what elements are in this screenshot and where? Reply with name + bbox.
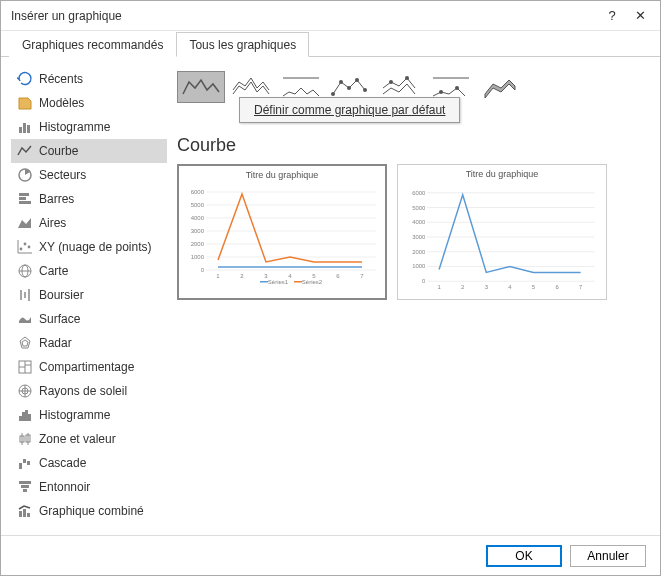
chart-preview-svg: 0100020003000400050006000 1234567: [402, 181, 602, 295]
svg-point-9: [24, 243, 27, 246]
help-button[interactable]: ?: [598, 4, 626, 28]
sidebar-item-waterfall[interactable]: Cascade: [11, 451, 167, 475]
svg-rect-38: [23, 459, 26, 463]
treemap-icon: [17, 359, 33, 375]
svg-text:2: 2: [461, 284, 464, 290]
svg-point-10: [28, 246, 31, 249]
svg-point-46: [331, 92, 335, 96]
svg-text:3000: 3000: [191, 228, 205, 234]
boxplot-icon: [17, 431, 33, 447]
sidebar-item-recent[interactable]: Récents: [11, 67, 167, 91]
area-icon: [17, 215, 33, 231]
dialog-footer: OK Annuler: [1, 535, 660, 575]
svg-rect-45: [27, 513, 30, 517]
sidebar-item-map[interactable]: Carte: [11, 259, 167, 283]
sidebar-item-boxplot[interactable]: Zone et valeur: [11, 427, 167, 451]
sidebar-item-label: Boursier: [39, 288, 84, 302]
svg-rect-79: [294, 281, 302, 283]
svg-rect-5: [19, 197, 26, 200]
sidebar-item-label: Histogramme: [39, 408, 110, 422]
svg-rect-32: [28, 414, 31, 421]
sidebar-item-label: Graphique combiné: [39, 504, 144, 518]
svg-rect-0: [19, 127, 22, 133]
svg-rect-29: [19, 416, 22, 421]
sidebar-item-combo[interactable]: Graphique combiné: [11, 499, 167, 523]
waterfall-icon: [17, 455, 33, 471]
tab-recommended[interactable]: Graphiques recommandés: [9, 32, 176, 57]
svg-point-52: [405, 76, 409, 80]
svg-text:3: 3: [485, 284, 489, 290]
radar-icon: [17, 335, 33, 351]
sidebar-item-label: Rayons de soleil: [39, 384, 127, 398]
svg-text:1000: 1000: [191, 254, 205, 260]
sidebar-item-surface[interactable]: Surface: [11, 307, 167, 331]
main-panel: Définir comme graphique par défaut Courb…: [177, 67, 650, 525]
svg-text:5000: 5000: [412, 205, 426, 211]
ok-button[interactable]: OK: [486, 545, 562, 567]
svg-text:Séries2: Séries2: [302, 279, 323, 285]
sidebar-item-pie[interactable]: Secteurs: [11, 163, 167, 187]
svg-point-51: [389, 80, 393, 84]
scatter-icon: [17, 239, 33, 255]
cancel-button[interactable]: Annuler: [570, 545, 646, 567]
subtype-line-3d[interactable]: [477, 71, 525, 103]
histogram-icon: [17, 407, 33, 423]
svg-point-49: [355, 78, 359, 82]
sidebar-item-label: Récents: [39, 72, 83, 86]
line-icon: [17, 143, 33, 159]
svg-rect-4: [19, 193, 29, 196]
sidebar-item-treemap[interactable]: Compartimentage: [11, 355, 167, 379]
sidebar-item-label: Radar: [39, 336, 72, 350]
svg-marker-7: [18, 218, 31, 228]
svg-point-54: [455, 86, 459, 90]
insert-chart-dialog: Insérer un graphique ? ✕ Graphiques reco…: [0, 0, 661, 576]
svg-rect-30: [22, 412, 25, 421]
svg-point-48: [347, 86, 351, 90]
svg-text:3000: 3000: [412, 234, 426, 240]
svg-rect-2: [27, 125, 30, 133]
sunburst-icon: [17, 383, 33, 399]
sidebar-item-histogram[interactable]: Histogramme: [11, 403, 167, 427]
templates-icon: [17, 95, 33, 111]
svg-point-47: [339, 80, 343, 84]
sidebar-item-label: Surface: [39, 312, 80, 326]
svg-rect-40: [19, 481, 31, 484]
chart-preview-1[interactable]: Titre du graphique 010002000300040005000…: [177, 164, 387, 300]
sidebar-item-stock[interactable]: Boursier: [11, 283, 167, 307]
svg-rect-42: [23, 489, 27, 492]
surface-icon: [17, 311, 33, 327]
sidebar-item-label: Barres: [39, 192, 74, 206]
stock-icon: [17, 287, 33, 303]
sidebar-item-templates[interactable]: Modèles: [11, 91, 167, 115]
sidebar-item-radar[interactable]: Radar: [11, 331, 167, 355]
close-button[interactable]: ✕: [626, 4, 654, 28]
sidebar-item-label: Zone et valeur: [39, 432, 116, 446]
sidebar-item-line[interactable]: Courbe: [11, 139, 167, 163]
titlebar: Insérer un graphique ? ✕: [1, 1, 660, 31]
sidebar-item-column[interactable]: Histogramme: [11, 115, 167, 139]
svg-text:4000: 4000: [412, 219, 426, 225]
chart-type-sidebar: Récents Modèles Histogramme Courbe Secte…: [11, 67, 167, 525]
tab-all-charts[interactable]: Tous les graphiques: [176, 32, 309, 57]
context-menu-set-default[interactable]: Définir comme graphique par défaut: [239, 97, 460, 123]
dialog-title: Insérer un graphique: [7, 9, 598, 23]
svg-text:6000: 6000: [412, 190, 426, 196]
svg-text:2: 2: [240, 273, 244, 279]
sidebar-item-funnel[interactable]: Entonnoir: [11, 475, 167, 499]
sidebar-item-area[interactable]: Aires: [11, 211, 167, 235]
svg-rect-39: [27, 461, 30, 465]
subtype-line[interactable]: [177, 71, 225, 103]
svg-rect-1: [23, 123, 26, 133]
svg-point-50: [363, 88, 367, 92]
sidebar-item-label: Entonnoir: [39, 480, 90, 494]
sidebar-item-scatter[interactable]: XY (nuage de points): [11, 235, 167, 259]
bar-icon: [17, 191, 33, 207]
funnel-icon: [17, 479, 33, 495]
map-icon: [17, 263, 33, 279]
chart-preview-2[interactable]: Titre du graphique 010002000300040005000…: [397, 164, 607, 300]
sidebar-item-label: Cascade: [39, 456, 86, 470]
sidebar-item-bar[interactable]: Barres: [11, 187, 167, 211]
sidebar-item-sunburst[interactable]: Rayons de soleil: [11, 379, 167, 403]
svg-rect-43: [19, 511, 22, 517]
sidebar-item-label: XY (nuage de points): [39, 240, 152, 254]
